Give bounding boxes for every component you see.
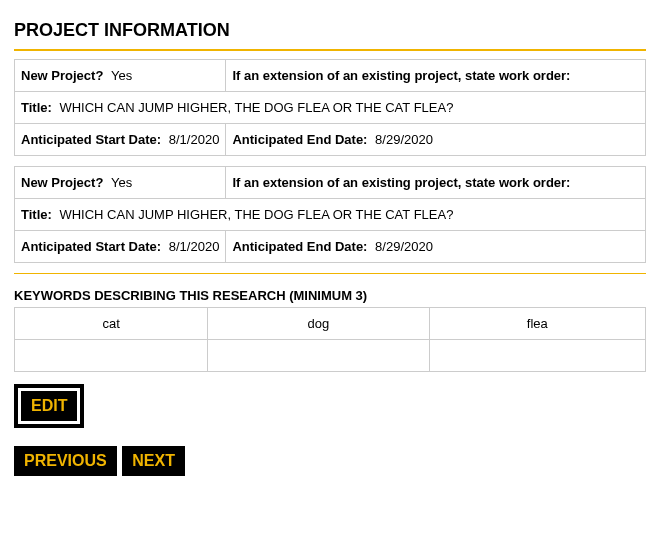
title-label: Title:: [21, 207, 52, 222]
table-row: cat dog flea: [15, 308, 646, 340]
table-row: New Project? Yes If an extension of an e…: [15, 60, 646, 92]
divider-top: [14, 49, 646, 51]
table-row: Anticipated Start Date: 8/1/2020 Anticip…: [15, 231, 646, 263]
previous-button[interactable]: PREVIOUS: [14, 446, 117, 476]
new-project-label: New Project?: [21, 175, 103, 190]
project-info-table-1: New Project? Yes If an extension of an e…: [14, 59, 646, 156]
new-project-value: Yes: [107, 175, 132, 190]
new-project-label: New Project?: [21, 68, 103, 83]
end-date-value: 8/29/2020: [371, 132, 433, 147]
table-row: Anticipated Start Date: 8/1/2020 Anticip…: [15, 124, 646, 156]
next-button[interactable]: NEXT: [122, 446, 185, 476]
start-date-value: 8/1/2020: [165, 239, 220, 254]
start-date-label: Anticipated Start Date:: [21, 239, 161, 254]
keyword-cell-empty: [429, 340, 646, 372]
end-date-label: Anticipated End Date:: [232, 132, 367, 147]
keyword-cell-empty: [208, 340, 429, 372]
new-project-value: Yes: [107, 68, 132, 83]
end-date-value: 8/29/2020: [371, 239, 433, 254]
divider-mid: [14, 273, 646, 274]
keywords-table: cat dog flea: [14, 307, 646, 372]
keyword-cell: dog: [208, 308, 429, 340]
title-value: WHICH CAN JUMP HIGHER, THE DOG FLEA OR T…: [55, 207, 453, 222]
edit-button[interactable]: EDIT: [21, 391, 77, 421]
title-value: WHICH CAN JUMP HIGHER, THE DOG FLEA OR T…: [55, 100, 453, 115]
extension-label: If an extension of an existing project, …: [232, 68, 570, 83]
table-row: [15, 340, 646, 372]
end-date-label: Anticipated End Date:: [232, 239, 367, 254]
edit-highlight-box: EDIT: [14, 384, 84, 428]
table-row: Title: WHICH CAN JUMP HIGHER, THE DOG FL…: [15, 92, 646, 124]
start-date-label: Anticipated Start Date:: [21, 132, 161, 147]
keywords-header: KEYWORDS DESCRIBING THIS RESEARCH (MINIM…: [14, 282, 646, 307]
keyword-cell-empty: [15, 340, 208, 372]
table-row: New Project? Yes If an extension of an e…: [15, 167, 646, 199]
project-info-table-2: New Project? Yes If an extension of an e…: [14, 166, 646, 263]
extension-label: If an extension of an existing project, …: [232, 175, 570, 190]
table-row: Title: WHICH CAN JUMP HIGHER, THE DOG FL…: [15, 199, 646, 231]
start-date-value: 8/1/2020: [165, 132, 220, 147]
keyword-cell: flea: [429, 308, 646, 340]
section-title: PROJECT INFORMATION: [14, 14, 646, 47]
title-label: Title:: [21, 100, 52, 115]
keyword-cell: cat: [15, 308, 208, 340]
